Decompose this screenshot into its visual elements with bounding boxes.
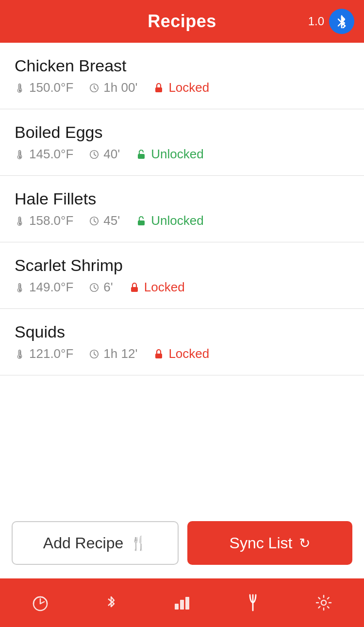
recipe-details: 158.0°F 45' Unlocked — [15, 213, 349, 228]
svg-point-18 — [19, 356, 21, 358]
header-title: Recipes — [148, 11, 216, 32]
recipe-time: 40' — [89, 147, 120, 162]
recipe-status: Unlocked — [135, 147, 203, 162]
tab-bluetooth[interactable] — [76, 578, 147, 627]
thermometer-icon — [15, 149, 25, 160]
version-label: 1.0 — [308, 15, 324, 28]
svg-rect-9 — [138, 154, 145, 159]
dashboard-icon — [31, 593, 50, 612]
recipe-details: 149.0°F 6' Locked — [15, 280, 349, 295]
svg-point-10 — [19, 222, 21, 225]
sync-icon: ↻ — [299, 535, 310, 551]
bluetooth-button[interactable] — [329, 9, 354, 34]
lock-icon — [153, 82, 165, 94]
sync-list-button[interactable]: Sync List ↻ — [187, 521, 352, 565]
lock-icon — [153, 348, 165, 360]
recipes-icon — [243, 593, 263, 612]
clock-icon — [89, 83, 99, 93]
clock-icon — [89, 349, 99, 359]
recipe-time: 45' — [89, 213, 120, 228]
svg-rect-23 — [175, 604, 179, 610]
recipe-temp: 150.0°F — [15, 80, 73, 95]
unlock-icon — [135, 149, 147, 160]
add-recipe-label: Add Recipe — [43, 534, 123, 552]
recipe-name: Boiled Eggs — [15, 123, 349, 142]
settings-icon — [314, 593, 333, 612]
svg-point-2 — [19, 89, 21, 92]
unlock-icon — [135, 215, 147, 227]
bluetooth-icon — [335, 15, 348, 28]
recipe-status: Locked — [153, 80, 209, 95]
tab-dashboard[interactable] — [5, 578, 76, 627]
lock-icon — [129, 282, 140, 293]
recipe-temp: 145.0°F — [15, 147, 73, 162]
recipe-temp: 149.0°F — [15, 280, 73, 295]
clock-icon — [89, 216, 99, 226]
svg-rect-5 — [155, 87, 162, 92]
tab-stats[interactable] — [147, 578, 217, 627]
recipe-name: Scarlet Shrimp — [15, 256, 349, 275]
svg-rect-17 — [131, 287, 138, 292]
tab-settings[interactable] — [288, 578, 359, 627]
add-recipe-button[interactable]: Add Recipe 🍴 — [12, 521, 179, 565]
recipe-temp: 158.0°F — [15, 213, 73, 228]
thermometer-icon — [15, 83, 25, 93]
recipe-item-scarlet-shrimp[interactable]: Scarlet Shrimp 149.0°F 6' — [0, 242, 364, 309]
thermometer-icon — [15, 349, 25, 359]
svg-rect-21 — [155, 354, 162, 358]
recipe-item-boiled-eggs[interactable]: Boiled Eggs 145.0°F 40' — [0, 109, 364, 176]
recipe-details: 121.0°F 1h 12' Locked — [15, 346, 349, 361]
sync-list-label: Sync List — [230, 534, 293, 552]
recipe-name: Hale Fillets — [15, 189, 349, 208]
recipe-status: Locked — [153, 346, 209, 361]
thermometer-icon — [15, 282, 25, 293]
recipe-item-hale-fillets[interactable]: Hale Fillets 158.0°F 45' — [0, 176, 364, 242]
recipe-details: 150.0°F 1h 00' Locked — [15, 80, 349, 95]
recipe-name: Squids — [15, 322, 349, 341]
recipe-temp: 121.0°F — [15, 346, 73, 361]
clock-icon — [89, 282, 99, 293]
recipe-time: 6' — [89, 280, 113, 295]
recipe-details: 145.0°F 40' Unlocked — [15, 147, 349, 162]
svg-point-27 — [321, 600, 326, 605]
svg-point-6 — [19, 156, 21, 158]
tab-bar — [0, 578, 364, 627]
svg-rect-25 — [185, 597, 189, 610]
svg-rect-13 — [138, 220, 145, 225]
app-header: Recipes 1.0 — [0, 0, 364, 43]
fork-icon: 🍴 — [130, 535, 147, 551]
svg-point-14 — [19, 289, 21, 291]
svg-rect-24 — [180, 600, 184, 610]
recipe-list: Chicken Breast 150.0°F 1h 00' — [0, 43, 364, 508]
header-actions: 1.0 — [308, 9, 354, 34]
recipe-time: 1h 00' — [89, 80, 137, 95]
recipe-name: Chicken Breast — [15, 56, 349, 75]
bluetooth-tab-icon — [101, 593, 121, 612]
recipe-time: 1h 12' — [89, 346, 137, 361]
recipe-item-chicken-breast[interactable]: Chicken Breast 150.0°F 1h 00' — [0, 43, 364, 109]
recipe-item-squids[interactable]: Squids 121.0°F 1h 12' — [0, 309, 364, 375]
stats-icon — [172, 593, 192, 612]
thermometer-icon — [15, 216, 25, 226]
clock-icon — [89, 149, 99, 160]
recipe-status: Locked — [129, 280, 185, 295]
tab-recipes[interactable] — [217, 578, 288, 627]
action-buttons: Add Recipe 🍴 Sync List ↻ — [0, 508, 364, 578]
recipe-status: Unlocked — [135, 213, 203, 228]
